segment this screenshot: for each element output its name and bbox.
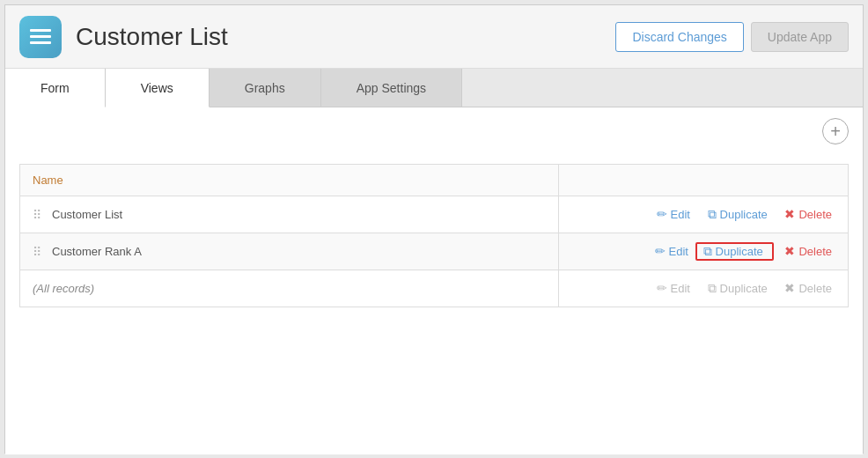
delete-button[interactable]: ✖ Delete	[781, 242, 835, 260]
discard-changes-button[interactable]: Discard Changes	[615, 22, 743, 52]
app-icon	[19, 16, 62, 58]
delete-button-disabled: ✖ Delete	[781, 279, 835, 297]
delete-icon: ✖	[784, 281, 795, 295]
edit-icon: ✏	[657, 207, 667, 221]
row-icon: ⠿ Customer Rank A	[33, 245, 142, 259]
duplicate-icon: ⧉	[708, 207, 717, 222]
tab-form[interactable]: Form	[5, 69, 106, 107]
duplicate-button[interactable]: ⧉ Duplicate	[704, 205, 771, 224]
row-icon: ⠿ Customer List	[33, 208, 122, 222]
svg-rect-2	[30, 41, 51, 44]
tab-app-settings[interactable]: App Settings	[321, 69, 462, 107]
tab-graphs[interactable]: Graphs	[210, 69, 321, 107]
svg-rect-1	[30, 35, 51, 38]
delete-icon: ✖	[784, 207, 795, 221]
views-table: Name ⠿ Customer List ✏	[19, 164, 849, 307]
row-actions-cell-disabled: ✏ Edit ⧉ Duplicate ✖ Delete	[558, 270, 848, 307]
edit-button[interactable]: ✏ Edit	[653, 205, 694, 223]
tab-views[interactable]: Views	[106, 69, 210, 107]
duplicate-highlight-box: ⧉ Duplicate	[695, 242, 775, 261]
duplicate-icon: ⧉	[708, 281, 717, 296]
row-actions-cell: ✏ Edit ⧉ Duplicate ✖ Delete	[558, 196, 848, 233]
edit-button[interactable]: ✏ Edit	[651, 242, 692, 260]
row-actions-cell-highlighted: ✏ Edit ⧉ Duplicate ✖ Delete	[558, 233, 848, 270]
table-row: ⠿ Customer Rank A ✏ Edit ⧉ Duplicate	[20, 233, 849, 270]
header-buttons: Discard Changes Update App	[615, 22, 849, 52]
edit-icon: ✏	[655, 244, 666, 258]
page-title: Customer List	[76, 23, 615, 51]
content-area: + Name ⠿ Customer List	[5, 107, 863, 454]
add-view-button[interactable]: +	[822, 118, 849, 144]
table-row: ⠿ Customer List ✏ Edit ⧉ Duplicate	[20, 196, 849, 233]
svg-rect-0	[30, 29, 51, 32]
duplicate-button-highlighted[interactable]: ⧉ Duplicate	[700, 242, 767, 261]
delete-icon: ✖	[784, 244, 795, 258]
drag-handle-icon: ⠿	[33, 245, 41, 259]
edit-icon: ✏	[657, 281, 667, 295]
tabs-bar: Form Views Graphs App Settings	[5, 69, 863, 107]
drag-handle-icon: ⠿	[33, 208, 41, 222]
row-name-cell: ⠿ Customer List	[20, 196, 559, 233]
delete-button[interactable]: ✖ Delete	[781, 205, 835, 223]
col-name: Name	[20, 165, 559, 196]
col-actions	[558, 165, 848, 196]
header: Customer List Discard Changes Update App	[5, 5, 863, 69]
row-name-cell: ⠿ Customer Rank A	[20, 233, 559, 270]
duplicate-icon: ⧉	[703, 244, 712, 259]
row-name-cell: (All records)	[20, 270, 559, 307]
duplicate-button-disabled: ⧉ Duplicate	[704, 279, 771, 298]
edit-button-disabled: ✏ Edit	[653, 279, 694, 297]
update-app-button[interactable]: Update App	[751, 22, 849, 52]
table-row: (All records) ✏ Edit ⧉ Duplicate ✖	[20, 270, 849, 307]
